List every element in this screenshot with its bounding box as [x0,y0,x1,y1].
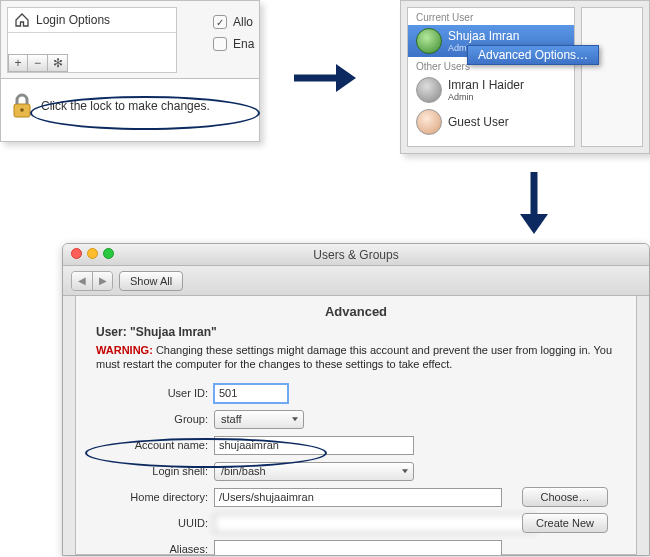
user-role: Admin [448,92,524,102]
uuid-field[interactable] [214,514,534,533]
panel1-upper: Login Options + − ✻ ✓Allo Ena [1,1,259,79]
login-options-label: Login Options [36,13,110,27]
label-uuid: UUID: [92,517,214,529]
user-name: Guest User [448,116,509,129]
arrow-down-icon [514,168,554,238]
nav-segment: ◀ ▶ [71,271,113,291]
advanced-window: Users & Groups ◀ ▶ Show All Advanced Use… [62,243,650,556]
svg-point-1 [20,108,24,112]
user-name: Shujaa Imran [448,30,519,43]
window-body: Advanced User: "Shujaa Imran" WARNING: C… [63,296,649,555]
zoom-button[interactable] [103,248,114,259]
choose-button[interactable]: Choose… [522,487,608,507]
remove-user-button[interactable]: − [28,54,48,72]
forward-button[interactable]: ▶ [92,272,112,290]
lock-icon [11,93,33,119]
allow-label: Allo [233,15,253,29]
section-current-user: Current User [408,8,574,25]
login-options[interactable]: Login Options [8,8,176,33]
user-row-guest[interactable]: Guest User [408,106,574,138]
back-button[interactable]: ◀ [72,272,92,290]
label-aliases: Aliases: [92,543,214,555]
add-user-button[interactable]: + [8,54,28,72]
user-prefix: User: [96,325,130,339]
window-controls [71,248,114,259]
warning-text: Changing these settings might damage thi… [96,344,612,370]
annotation-circle-lock [30,96,260,130]
window-title: Users & Groups [313,248,398,262]
minimize-button[interactable] [87,248,98,259]
annotation-circle-account-name [85,438,327,468]
checkbox-area: ✓Allo Ena [213,11,254,55]
label-home-dir: Home directory: [92,491,214,503]
warning-label: WARNING: [96,344,153,356]
login-sidebar: Login Options + − ✻ [7,7,177,73]
user-id-field[interactable]: 501 [214,384,288,403]
show-all-button[interactable]: Show All [119,271,183,291]
avatar [416,77,442,103]
arrow-right-icon [290,58,360,98]
create-new-button[interactable]: Create New [522,513,608,533]
gear-button[interactable]: ✻ [48,54,68,72]
enable-label: Ena [233,37,254,51]
gear-icon: ✻ [53,56,63,70]
group-select[interactable]: staff [214,410,304,429]
user-row-other[interactable]: Imran I Haider Admin [408,74,574,106]
user-list: Current User Shujaa Imran Admin Other Us… [407,7,575,147]
avatar [416,28,442,54]
toolbar: ◀ ▶ Show All [63,266,649,296]
home-icon [14,12,30,28]
user-name-quoted: "Shujaa Imran" [130,325,217,339]
warning-block: WARNING: Changing these settings might d… [96,343,620,371]
label-group: Group: [92,413,214,425]
context-menu-advanced-options[interactable]: Advanced Options… [467,45,599,65]
user-line: User: "Shujaa Imran" [96,325,620,339]
sheet-heading: Advanced [76,304,636,319]
allow-checkbox[interactable]: ✓ [213,15,227,29]
titlebar: Users & Groups [63,244,649,266]
advanced-sheet: Advanced User: "Shujaa Imran" WARNING: C… [75,296,637,555]
user-name: Imran I Haider [448,79,524,92]
detail-pane [581,7,643,147]
sidebar-btn-row: + − ✻ [8,54,68,72]
users-list-panel: Current User Shujaa Imran Admin Other Us… [400,0,650,154]
home-dir-field[interactable]: /Users/shujaaimran [214,488,502,507]
enable-checkbox[interactable] [213,37,227,51]
label-user-id: User ID: [92,387,214,399]
avatar [416,109,442,135]
close-button[interactable] [71,248,82,259]
aliases-field[interactable] [214,540,502,556]
